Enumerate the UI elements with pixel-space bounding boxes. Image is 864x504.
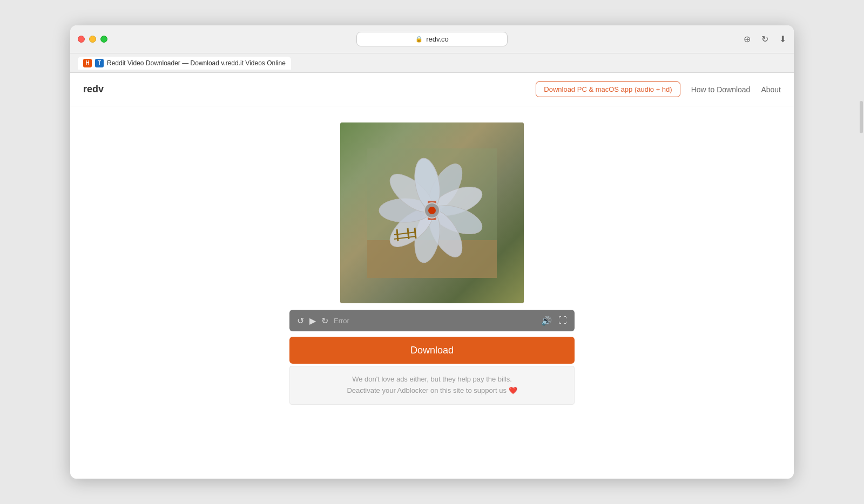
how-to-download-link[interactable]: How to Download — [691, 85, 751, 94]
title-bar: 🔒 redv.co ⊕ ↻ ⬇ — [70, 25, 794, 53]
error-label: Error — [334, 317, 536, 325]
svg-point-16 — [428, 207, 436, 214]
ad-notice: We don't love ads either, but they help … — [289, 366, 575, 405]
main-area: ↺ ▶ ↻ Error 🔊 ⛶ Download We don't love a… — [70, 106, 794, 479]
svg-line-19 — [397, 229, 398, 241]
windmill-graphic — [367, 148, 497, 278]
address-bar-area: 🔒 redv.co — [356, 32, 508, 46]
url-text: redv.co — [426, 35, 449, 43]
tab-favicon-h: H — [83, 59, 92, 67]
play-icon[interactable]: ▶ — [309, 316, 316, 326]
site-logo[interactable]: redv — [83, 84, 104, 95]
minimize-button[interactable] — [89, 36, 96, 43]
tab-title: Reddit Video Downloader — Download v.red… — [107, 59, 286, 67]
address-bar[interactable]: 🔒 redv.co — [356, 32, 508, 46]
traffic-lights — [78, 36, 107, 43]
video-thumbnail — [340, 122, 524, 303]
refresh-icon[interactable]: ↻ — [761, 34, 768, 44]
maximize-button[interactable] — [100, 36, 107, 43]
nav-links: Download PC & macOS app (audio + hd) How… — [536, 81, 781, 97]
browser-tab[interactable]: H T Reddit Video Downloader — Download v… — [78, 57, 291, 70]
page-content: redv Download PC & macOS app (audio + hd… — [70, 73, 794, 479]
svg-line-21 — [415, 228, 416, 239]
tab-bar: H T Reddit Video Downloader — Download v… — [70, 53, 794, 73]
ad-notice-line1: We don't love ads either, but they help … — [298, 374, 566, 385]
cast-icon[interactable]: ⊕ — [744, 34, 751, 44]
download-button[interactable]: Download — [289, 337, 575, 364]
ctrl-right: 🔊 ⛶ — [541, 316, 567, 326]
toolbar-icons: ⊕ ↻ ⬇ — [744, 34, 786, 44]
video-container — [340, 122, 524, 303]
close-button[interactable] — [78, 36, 85, 43]
lock-icon: 🔒 — [415, 36, 423, 43]
fullscreen-icon[interactable]: ⛶ — [558, 316, 567, 325]
app-download-button[interactable]: Download PC & macOS app (audio + hd) — [536, 81, 680, 97]
tab-favicon-t: T — [95, 59, 104, 67]
ad-notice-line2: Deactivate your Adblocker on this site t… — [298, 385, 566, 397]
browser-window: 🔒 redv.co ⊕ ↻ ⬇ H T Reddit Video Downloa… — [70, 25, 794, 479]
svg-line-20 — [408, 228, 409, 239]
about-link[interactable]: About — [761, 85, 781, 94]
rewind-icon[interactable]: ↺ — [297, 316, 304, 326]
nav-bar: redv Download PC & macOS app (audio + hd… — [70, 73, 794, 106]
download-manager-icon[interactable]: ⬇ — [779, 34, 786, 44]
volume-icon[interactable]: 🔊 — [541, 316, 552, 326]
video-controls: ↺ ▶ ↻ Error 🔊 ⛶ — [289, 310, 575, 331]
fast-forward-icon[interactable]: ↻ — [321, 316, 328, 326]
